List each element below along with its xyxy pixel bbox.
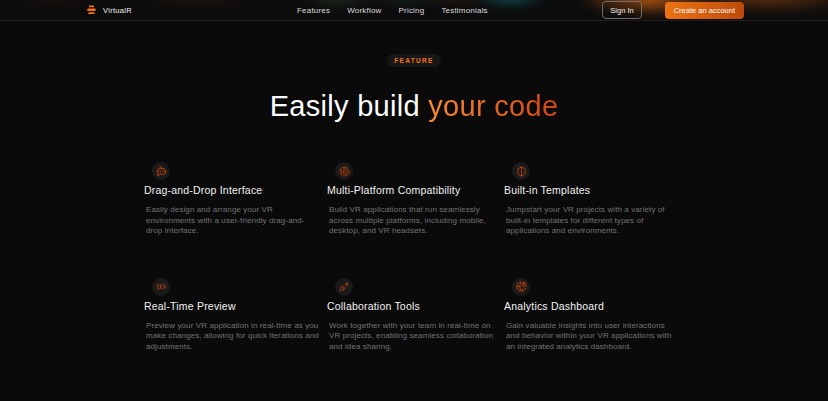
nav-link-workflow[interactable]: Workflow (347, 6, 381, 15)
page-headline: Easily build your code (0, 90, 828, 123)
globe-lock-icon (512, 278, 530, 296)
feature-title: Analytics Dashboard (504, 300, 676, 312)
nav-actions: Sign In Create an account (602, 1, 744, 19)
fingerprint-icon (335, 162, 353, 180)
brand-home-link[interactable]: VirtualR (85, 4, 132, 17)
nav-link-pricing[interactable]: Pricing (399, 6, 425, 15)
feature-card: Multi-Platform Compatibility Build VR ap… (327, 162, 504, 237)
feature-card: Drag-and-Drop Interface Easily design an… (144, 162, 327, 237)
navbar: VirtualR FeaturesWorkflowPricingTestimon… (0, 0, 828, 21)
feature-title: Real-Time Preview (144, 300, 319, 312)
feature-description: Build VR applications that run seamlessl… (327, 205, 496, 237)
shield-half-icon (512, 162, 530, 180)
feature-description: Preview your VR application in real-time… (144, 321, 319, 353)
plug-zap-icon (335, 278, 353, 296)
battery-charging-icon (152, 278, 170, 296)
bot-message-square-icon (152, 162, 170, 180)
create-account-button[interactable]: Create an account (665, 2, 744, 19)
feature-card: Real-Time Preview Preview your VR applic… (144, 278, 327, 353)
nav-link-features[interactable]: Features (297, 6, 330, 15)
nav-links: FeaturesWorkflowPricingTestimonials (297, 6, 488, 15)
brand-name: VirtualR (103, 6, 132, 15)
feature-card: Analytics Dashboard Gain valuable insigh… (504, 278, 684, 353)
features-grid: Drag-and-Drop Interface Easily design an… (144, 162, 684, 352)
feature-description: Jumpstart your VR projects with a variet… (504, 205, 676, 237)
feature-description: Easily design and arrange your VR enviro… (144, 205, 319, 237)
feature-card: Built-in Templates Jumpstart your VR pro… (504, 162, 684, 237)
feature-card: Collaboration Tools Work together with y… (327, 278, 504, 353)
feature-title: Multi-Platform Compatibility (327, 184, 496, 196)
feature-badge: FEATURE (387, 54, 440, 67)
feature-title: Drag-and-Drop Interface (144, 184, 319, 196)
feature-title: Built-in Templates (504, 184, 676, 196)
feature-description: Gain valuable insights into user interac… (504, 321, 676, 353)
nav-link-testimonials[interactable]: Testimonials (441, 6, 487, 15)
headline-accent: your code (428, 90, 558, 122)
sign-in-button[interactable]: Sign In (602, 1, 641, 19)
feature-description: Work together with your team in real-tim… (327, 321, 496, 353)
headline-plain: Easily build (270, 90, 429, 122)
virtualr-logo-icon (85, 4, 98, 17)
feature-title: Collaboration Tools (327, 300, 496, 312)
feature-section: FEATURE Easily build your code Drag-and-… (0, 21, 828, 352)
